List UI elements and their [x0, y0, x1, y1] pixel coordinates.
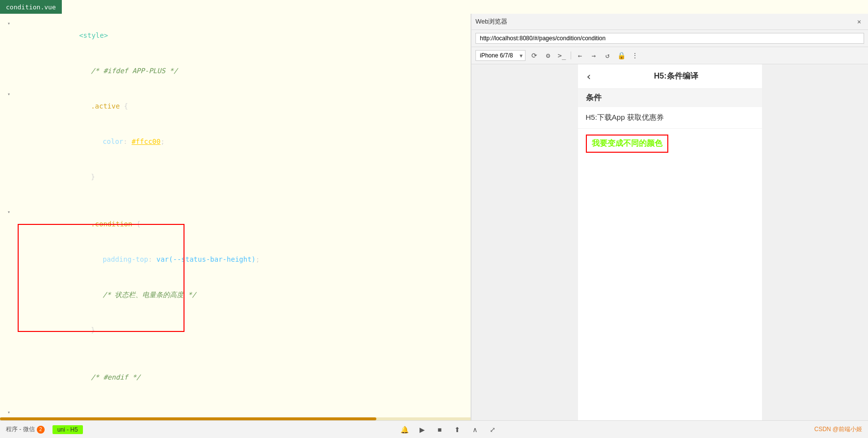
code-line-9: /* 状态栏、电量条的高度 */ — [0, 277, 471, 312]
uni-h5-tab[interactable]: uni - H5 — [53, 425, 83, 434]
code-line-3: ▾ .active { — [0, 88, 471, 124]
stop-status-icon[interactable]: ■ — [435, 425, 445, 435]
csdn-watermark: CSDN @前端小姬 — [814, 425, 862, 434]
play-status-icon[interactable]: ▶ — [417, 425, 427, 435]
line-content-10: } — [18, 312, 471, 348]
code-line-2: /* #ifdef APP-PLUS */ — [0, 53, 471, 88]
active-tab-label: uni - H5 — [53, 425, 83, 434]
device-select-wrapper: iPhone 6/7/8 iPhone X iPad ▼ — [475, 50, 526, 61]
code-line-10: } — [0, 312, 471, 348]
notification-badge: 2 — [37, 426, 45, 434]
console-icon[interactable]: >_ — [557, 51, 567, 60]
program-label: 程序 - 微信 — [6, 425, 35, 434]
separator — [571, 52, 571, 59]
code-line-6 — [0, 194, 471, 206]
content-item: H5:下载App 获取优惠券 — [578, 107, 762, 129]
line-content-11 — [18, 348, 471, 359]
more-icon[interactable]: ⋮ — [630, 51, 640, 60]
fold-icon-7: ▾ — [7, 206, 10, 218]
code-line-12: /* #endif */ — [0, 359, 471, 395]
scrollbar-track[interactable] — [0, 417, 471, 420]
scrollbar-thumb[interactable] — [0, 417, 376, 420]
fold-icon-3: ▾ — [7, 88, 10, 100]
section-label: 条件 — [578, 89, 762, 107]
line-content-4: color: #ffcc00; — [18, 124, 471, 159]
chevron-up-icon[interactable]: ∧ — [470, 425, 480, 435]
gutter-1: ▾ — [0, 18, 18, 29]
line-content-13 — [18, 395, 471, 407]
line-content-3: .active { — [18, 88, 471, 124]
browser-toolbar: Web浏览器 × — [472, 14, 868, 30]
phone-header: ‹ H5:条件编译 — [578, 64, 762, 89]
browser-title: Web浏览器 — [475, 17, 850, 26]
code-line-4: color: #ffcc00; — [0, 124, 471, 159]
reload-icon[interactable]: ↺ — [603, 51, 612, 60]
back-icon[interactable]: ← — [575, 51, 585, 60]
code-line-1: ▾ <style> — [0, 18, 471, 53]
phone-page-title: H5:条件编译 — [598, 71, 754, 82]
gutter-7: ▾ — [0, 206, 18, 218]
fold-icon-1: ▾ — [7, 18, 10, 29]
code-line-5: } — [0, 159, 471, 194]
browser-close-button[interactable]: × — [854, 17, 864, 27]
line-content-8: padding-top: var(--status-bar-height); — [18, 242, 471, 277]
back-arrow-icon[interactable]: ‹ — [586, 70, 592, 82]
rotate-icon[interactable]: ⟳ — [529, 51, 539, 60]
fold-icon-14: ▾ — [7, 407, 10, 418]
color-text-container: 我要变成不同的颜色 — [578, 129, 762, 159]
line-content-6 — [18, 194, 471, 206]
browser-panel: Web浏览器 × iPhone 6/7/8 iPhone X iPad ▼ ⟳ … — [471, 14, 868, 420]
line-content-1: <style> — [18, 18, 471, 53]
line-content-5: } — [18, 159, 471, 194]
line-content-9: /* 状态栏、电量条的高度 */ — [18, 277, 471, 312]
settings-icon[interactable]: ⚙ — [543, 51, 553, 60]
code-line-7: ▾ .condition { — [0, 206, 471, 242]
device-select[interactable]: iPhone 6/7/8 iPhone X iPad — [475, 50, 526, 61]
address-input[interactable] — [475, 33, 864, 44]
phone-frame: ‹ H5:条件编译 条件 H5:下载App 获取优惠券 我要变成不同的颜色 — [578, 64, 762, 420]
browser-viewport: ‹ H5:条件编译 条件 H5:下载App 获取优惠券 我要变成不同的颜色 — [472, 64, 868, 420]
browser-address-bar — [472, 30, 868, 47]
file-tab: condition.vue — [0, 0, 62, 14]
device-toolbar: iPhone 6/7/8 iPhone X iPad ▼ ⟳ ⚙ >_ ← → … — [472, 47, 868, 64]
color-text-box: 我要变成不同的颜色 — [586, 135, 668, 153]
line-content-7: .condition { — [18, 206, 471, 242]
toolbar-icons: 🔔 ▶ ■ ⬆ ∧ ⤢ — [91, 425, 807, 435]
code-editor: ▾ <style> /* #ifdef APP-PLUS */ — [0, 14, 471, 420]
code-lines: ▾ <style> /* #ifdef APP-PLUS */ — [0, 14, 471, 420]
line-content-2: /* #ifdef APP-PLUS */ — [18, 53, 471, 88]
status-bar: 程序 - 微信 2 uni - H5 🔔 ▶ ■ ⬆ ∧ ⤢ CSDN @前端小… — [0, 420, 868, 438]
forward-icon[interactable]: → — [589, 51, 599, 60]
lock-icon[interactable]: 🔒 — [616, 51, 626, 60]
upload-status-icon[interactable]: ⬆ — [452, 425, 462, 435]
code-line-13 — [0, 395, 471, 407]
program-tab[interactable]: 程序 - 微信 2 — [6, 425, 45, 434]
gutter-3: ▾ — [0, 88, 18, 100]
bell-status-icon[interactable]: 🔔 — [399, 425, 409, 435]
expand-icon[interactable]: ⤢ — [488, 425, 498, 435]
gutter-14: ▾ — [0, 407, 18, 418]
code-line-11 — [0, 348, 471, 359]
code-line-8: padding-top: var(--status-bar-height); — [0, 242, 471, 277]
line-content-12: /* #endif */ — [18, 359, 471, 395]
